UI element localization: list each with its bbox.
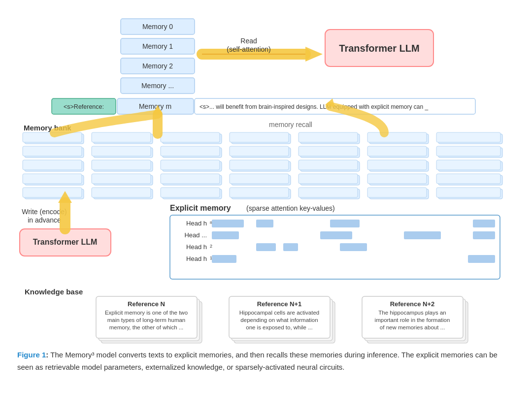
svg-rect-38 (436, 146, 500, 156)
svg-rect-16 (161, 132, 220, 142)
svg-rect-14 (92, 132, 151, 142)
memory-m-label: Memory m (139, 102, 171, 110)
svg-rect-92 (320, 231, 352, 239)
svg-rect-42 (92, 160, 151, 170)
transformer-llm-bottom: Transformer LLM (33, 238, 98, 246)
svg-marker-9 (305, 47, 323, 62)
read-label: Read (240, 37, 257, 45)
memory-dots-label: Memory ... (141, 82, 174, 90)
ref-n2-text1: The hippocampus plays an (378, 310, 446, 316)
head-h1-label: Head h (186, 255, 207, 262)
svg-rect-52 (436, 160, 500, 170)
svg-rect-34 (299, 146, 358, 156)
svg-rect-64 (367, 174, 427, 184)
svg-rect-56 (92, 174, 151, 184)
svg-rect-26 (23, 146, 82, 156)
svg-rect-50 (367, 160, 427, 170)
svg-rect-54 (23, 174, 82, 184)
svg-rect-90 (473, 220, 495, 227)
ref-n-text1: Explicit memory is one of the two (105, 310, 188, 316)
caption-text: The Memory³ model converts texts to expl… (17, 351, 498, 371)
memory-2-label: Memory 2 (142, 62, 173, 70)
figure-label: Figure 1 (17, 351, 46, 359)
ref-n-text3: memory, the other of which ... (109, 324, 184, 330)
svg-rect-88 (256, 220, 273, 227)
ref-n1-text1: Hippocampal cells are activated (239, 310, 319, 316)
svg-rect-70 (92, 188, 151, 197)
knowledge-base-label: Knowledge base (25, 288, 83, 296)
ref-n1-text2: depending on what information (240, 317, 318, 323)
text-snippet: <s>... will benefit from brain-inspired … (200, 103, 429, 110)
ref-n-text2: main types of long-term human (107, 317, 186, 323)
self-attention-label: (self-attention) (227, 45, 270, 53)
ref-n1-text3: one is exposed to, while ... (246, 324, 313, 330)
svg-rect-96 (256, 243, 276, 251)
svg-rect-20 (299, 132, 358, 142)
svg-rect-24 (436, 132, 500, 142)
svg-rect-89 (330, 220, 360, 227)
explicit-memory-subtitle: (sparse attention key-values) (246, 204, 335, 212)
svg-rect-30 (161, 146, 220, 156)
svg-rect-62 (299, 174, 358, 184)
explicit-memory-title: Explicit memory (170, 204, 231, 212)
svg-rect-66 (436, 174, 500, 184)
svg-rect-44 (161, 160, 220, 170)
figure-caption: Figure 1: The Memory³ model converts tex… (15, 349, 517, 374)
svg-rect-94 (473, 231, 495, 239)
svg-rect-36 (367, 146, 427, 156)
svg-rect-48 (299, 160, 358, 170)
svg-rect-46 (230, 160, 289, 170)
svg-rect-87 (212, 220, 244, 227)
svg-rect-68 (23, 188, 82, 197)
svg-rect-100 (212, 255, 236, 263)
memory-1-label: Memory 1 (142, 42, 173, 50)
ref-n1-title: Reference N+1 (257, 300, 302, 308)
svg-rect-80 (436, 188, 500, 197)
svg-rect-28 (92, 146, 151, 156)
svg-rect-22 (367, 132, 427, 142)
svg-rect-97 (283, 243, 298, 251)
ref-n2-text2: important role in the formation (375, 317, 450, 323)
svg-rect-72 (161, 188, 220, 197)
reference-label: <s>Reference: (64, 103, 104, 110)
svg-rect-76 (299, 188, 358, 197)
ref-n2-title: Reference N+2 (390, 300, 435, 308)
svg-rect-78 (367, 188, 427, 197)
svg-rect-40 (23, 160, 82, 170)
write-label-2: in advance (28, 216, 61, 224)
svg-rect-32 (230, 146, 289, 156)
svg-rect-98 (340, 243, 367, 251)
svg-rect-18 (230, 132, 289, 142)
svg-rect-93 (404, 231, 441, 239)
head-hm-label: Head h (186, 220, 207, 227)
svg-rect-91 (212, 231, 239, 239)
ref-n2-text3: of new memories about ... (380, 324, 445, 330)
main-diagram-svg: Memory 0 Memory 1 Memory 2 Memory ... <s… (15, 10, 517, 345)
svg-text:2: 2 (210, 244, 212, 249)
svg-rect-60 (230, 174, 289, 184)
ref-n-title: Reference N (128, 300, 165, 308)
diagram-container: Memory 0 Memory 1 Memory 2 Memory ... <s… (15, 10, 517, 374)
svg-rect-74 (230, 188, 289, 197)
head-dots-label: Head ... (184, 231, 207, 239)
memory-0-label: Memory 0 (142, 23, 173, 31)
transformer-llm-top: Transformer LLM (339, 43, 419, 54)
svg-rect-58 (161, 174, 220, 184)
memory-recall-label: memory recall (269, 121, 312, 128)
svg-rect-101 (468, 255, 495, 263)
head-h2-label: Head h (186, 243, 207, 251)
